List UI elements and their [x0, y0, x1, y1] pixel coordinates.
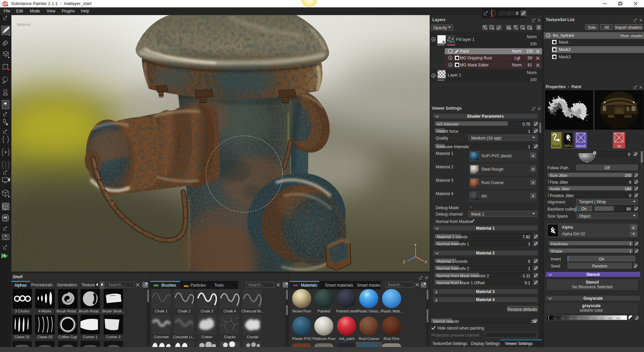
svg-text:Z: Z [403, 260, 405, 264]
svg-text:S: S [4, 2, 6, 6]
svg-text:Material: Material [17, 22, 30, 26]
svg-text:Cracks: Cracks [224, 335, 236, 339]
svg-text:0.7: 0.7 [601, 317, 604, 319]
svg-text:X: X [425, 260, 427, 264]
svg-text:0.9: 0.9 [616, 317, 620, 319]
svg-text:Cotton: Cotton [202, 335, 212, 339]
svg-text:Crystal: Crystal [247, 335, 258, 339]
svg-text:Y: Y [414, 243, 417, 247]
svg-text:Concrete Li...: Concrete Li... [173, 335, 195, 339]
svg-text:0.4: 0.4 [577, 317, 580, 319]
svg-text:Coffee Cup: Coffee Cup [58, 335, 77, 339]
svg-text:0.6: 0.6 [593, 317, 596, 319]
svg-text:Charcoal Br...: Charcoal Br... [241, 309, 264, 313]
svg-text:0.8: 0.8 [608, 317, 612, 319]
svg-text:Chalk 4: Chalk 4 [223, 309, 236, 313]
svg-text:0.2: 0.2 [561, 317, 565, 319]
svg-text:3 Circles: 3 Circles [15, 309, 30, 313]
svg-text:Brush Rotat...: Brush Rotat... [56, 309, 79, 313]
svg-text:Claws 01: Claws 01 [14, 335, 30, 339]
svg-text:0.5: 0.5 [585, 317, 588, 319]
svg-text:Brush Rotat...: Brush Rotat... [79, 309, 101, 313]
svg-text:Claws 02: Claws 02 [37, 335, 52, 339]
svg-text:4 Marks: 4 Marks [38, 309, 52, 313]
svg-text:Chalk 1: Chalk 1 [155, 309, 167, 313]
svg-text:0.1: 0.1 [553, 317, 557, 319]
svg-text:Chalk 3: Chalk 3 [201, 309, 213, 313]
svg-text:Chalk 2: Chalk 2 [178, 309, 190, 313]
svg-text:Corner 2: Corner 2 [106, 335, 121, 339]
svg-text:0.3: 0.3 [569, 317, 573, 319]
svg-text:Concrete: Concrete [154, 335, 169, 339]
svg-text:Brush Strok...: Brush Strok... [102, 309, 125, 313]
svg-text:Corner 1: Corner 1 [83, 335, 98, 339]
